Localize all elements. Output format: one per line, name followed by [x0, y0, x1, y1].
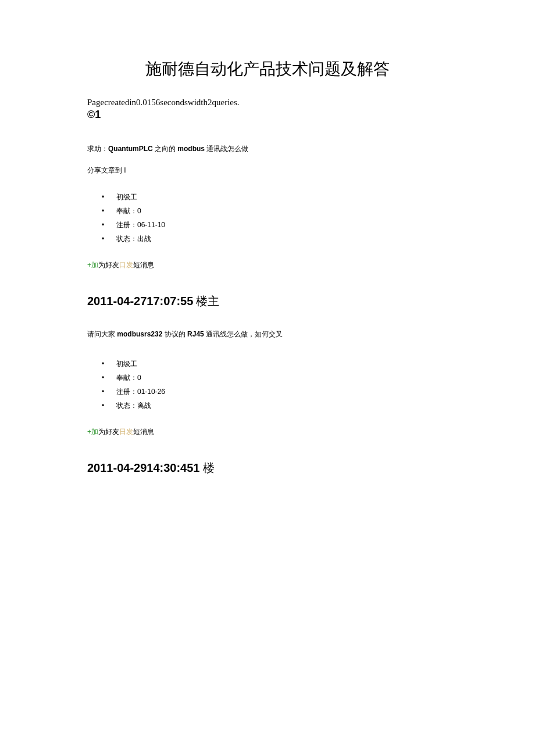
post-topic: 求助：QuantumPLC 之向的 modbus 通讯战怎么做 — [87, 144, 448, 154]
user-status: 状态：离战 — [116, 399, 448, 413]
post-time: 2011-04-2914:30:451 — [87, 461, 200, 474]
user-reg: 注册：06-11-10 — [116, 218, 448, 232]
copyright: ©1 — [87, 109, 448, 121]
document-page: 施耐德自动化产品技术问题及解答 Pagecreatedin0.0156secon… — [0, 0, 535, 756]
topic-mid: 之向的 — [153, 145, 178, 153]
user-rank: 初级工 — [116, 190, 448, 204]
add-friend-add[interactable]: 加 — [91, 428, 98, 436]
send-msg-send[interactable]: 发 — [126, 261, 133, 269]
user-contrib: 奉献：0 — [116, 371, 448, 385]
footer-text: Pagecreatedin0.0156secondswidth2queries. — [87, 98, 448, 108]
post-body: 请问大家 modbusrs232 协议的 RJ45 通讯线怎么做，如何交叉 — [87, 329, 448, 339]
page-title: 施耐德自动化产品技术问题及解答 — [87, 58, 448, 80]
share-line: 分享文章到 I — [87, 166, 448, 175]
topic-bold: QuantumPLC — [108, 145, 153, 153]
user-contrib: 奉献：0 — [116, 204, 448, 218]
user-status: 状态：出战 — [116, 232, 448, 246]
action-line: +加为好友日发短消息 — [87, 427, 448, 437]
send-msg-icon[interactable]: 口 — [119, 261, 126, 269]
action-line: +加为好友口发短消息 — [87, 260, 448, 270]
add-friend-text[interactable]: 为好友 — [98, 261, 119, 269]
send-msg-icon[interactable]: 日 — [119, 428, 126, 436]
user-info-list: 初级工 奉献：0 注册：01-10-26 状态：离战 — [87, 357, 448, 413]
user-reg: 注册：01-10-26 — [116, 385, 448, 399]
topic-bold: modbus — [177, 145, 205, 153]
post-header: 2011-04-2717:07:55 楼主 — [87, 293, 448, 309]
add-friend-plus-icon[interactable]: + — [87, 428, 91, 436]
send-msg-text[interactable]: 短消息 — [133, 261, 154, 269]
add-friend-add[interactable]: 加 — [91, 261, 98, 269]
post-floor: 楼主 — [193, 295, 219, 307]
send-msg-text[interactable]: 短消息 — [133, 428, 154, 436]
topic-tail: 通讯战怎么做 — [205, 145, 248, 153]
send-msg-send[interactable]: 发 — [126, 428, 133, 436]
topic-prefix: 求助： — [87, 145, 108, 153]
post-floor: 楼 — [200, 461, 215, 474]
post-header: 2011-04-2914:30:451 楼 — [87, 460, 448, 476]
user-rank: 初级工 — [116, 357, 448, 371]
add-friend-text[interactable]: 为好友 — [98, 428, 119, 436]
add-friend-plus-icon[interactable]: + — [87, 261, 91, 269]
post-time: 2011-04-2717:07:55 — [87, 295, 193, 307]
user-info-list: 初级工 奉献：0 注册：06-11-10 状态：出战 — [87, 190, 448, 246]
